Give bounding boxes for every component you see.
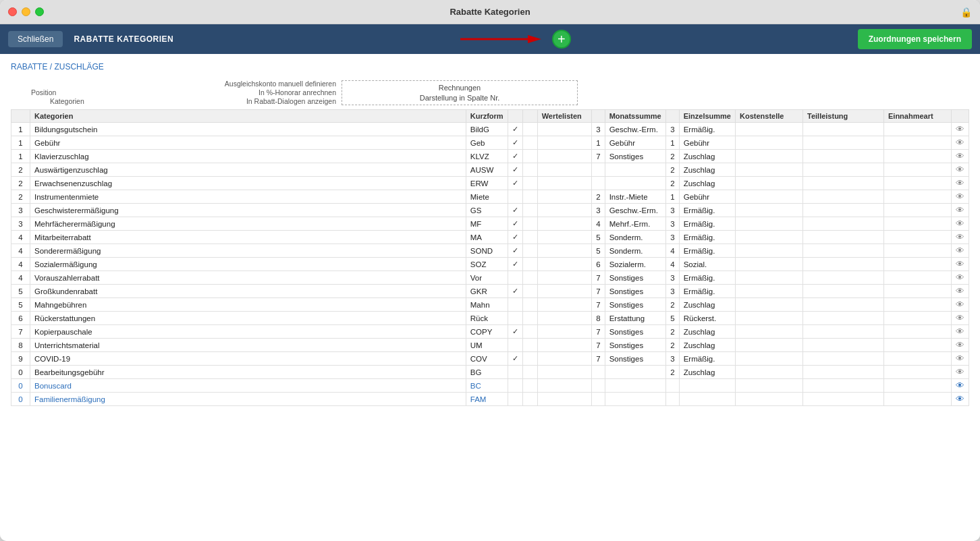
cell-mn: 7 [591, 325, 605, 339]
eye-icon[interactable]: 👁 [956, 124, 964, 134]
cell-ks [736, 150, 803, 163]
cell-en: 2 [665, 366, 679, 379]
table-row[interactable]: 0 Familienermäßigung FAM 👁 [11, 393, 969, 406]
eye-icon[interactable]: 👁 [956, 286, 964, 296]
cell-ea [884, 190, 952, 204]
table-row[interactable]: 0 Bonuscard BC 👁 [11, 379, 969, 393]
cell-eye[interactable]: 👁 [952, 352, 969, 366]
table-row[interactable]: 3 Geschwisterermäßigung GS ✓ 3 Geschw.-E… [11, 204, 969, 217]
eye-icon[interactable]: 👁 [956, 367, 964, 377]
eye-icon[interactable]: 👁 [956, 151, 964, 161]
cell-wl [537, 271, 591, 285]
th-teilleistung: Teilleistung [803, 110, 884, 123]
cell-eye[interactable]: 👁 [952, 136, 969, 150]
save-button[interactable]: Zuordnungen speichern [858, 29, 972, 49]
table-row[interactable]: 5 Großkundenrabatt GKR ✓ 7 Sonstiges 3 E… [11, 285, 969, 298]
table-row[interactable]: 4 Mitarbeiterrabatt MA ✓ 5 Sonderm. 3 Er… [11, 231, 969, 244]
cell-eye[interactable]: 👁 [952, 150, 969, 163]
cell-eye[interactable]: 👁 [952, 325, 969, 339]
cell-eye[interactable]: 👁 [952, 190, 969, 204]
eye-icon[interactable]: 👁 [956, 273, 964, 283]
cell-name: Klavierzuschlag [30, 150, 466, 163]
table-row[interactable]: 4 Vorauszahlerrabatt Vor 7 Sonstiges 3 E… [11, 271, 969, 285]
eye-icon[interactable]: 👁 [956, 394, 964, 404]
cell-el: Zuschlag [679, 366, 735, 379]
cell-eye[interactable]: 👁 [952, 204, 969, 217]
ausgleichskonto-label: Ausgleichskonto manuell definieren [225, 80, 336, 88]
table-row[interactable]: 5 Mahngebühren Mahn 7 Sonstiges 2 Zuschl… [11, 298, 969, 312]
cell-en: 2 [665, 339, 679, 352]
table-row[interactable]: 8 Unterrichtsmaterial UM 7 Sonstiges 2 Z… [11, 339, 969, 352]
table-row[interactable]: 4 Sonderermäßigung SOND ✓ 5 Sonderm. 4 E… [11, 244, 969, 258]
cell-eye[interactable]: 👁 [952, 339, 969, 352]
table-row[interactable]: 9 COVID-19 COV ✓ 7 Sonstiges 3 Ermäßig. … [11, 352, 969, 366]
table-row[interactable]: 2 Instrumentenmiete Miete 2 Instr.-Miete… [11, 190, 969, 204]
table-row[interactable]: 2 Auswärtigenzuschlag AUSW ✓ 2 Zuschlag … [11, 163, 969, 177]
add-category-button[interactable]: + [552, 30, 571, 49]
cell-eye[interactable]: 👁 [952, 163, 969, 177]
eye-icon[interactable]: 👁 [956, 246, 964, 256]
table-row[interactable]: 6 Rückerstattungen Rück 8 Erstattung 5 R… [11, 312, 969, 325]
cell-mn [591, 177, 605, 190]
eye-icon[interactable]: 👁 [956, 300, 964, 310]
cell-ml [605, 177, 665, 190]
cell-pos: 0 [11, 393, 30, 406]
breadcrumb[interactable]: RABATTE / ZUSCHLÄGE [11, 62, 969, 72]
cell-ea [884, 312, 952, 325]
eye-icon[interactable]: 👁 [956, 326, 964, 337]
cell-eye[interactable]: 👁 [952, 366, 969, 379]
cell-eye[interactable]: 👁 [952, 393, 969, 406]
cell-wl [537, 366, 591, 379]
cell-eye[interactable]: 👁 [952, 231, 969, 244]
cell-check2 [522, 204, 537, 217]
cell-kz: ERW [466, 177, 508, 190]
table-row[interactable]: 3 Mehrfächerermäßigung MF ✓ 4 Mehrf.-Erm… [11, 217, 969, 231]
lock-icon: 🔒 [960, 7, 972, 18]
table-row[interactable]: 1 Klavierzuschlag KLVZ ✓ 7 Sonstiges 2 Z… [11, 150, 969, 163]
table-row[interactable]: 4 Sozialermäßigung SOZ ✓ 6 Sozialerm. 4 … [11, 258, 969, 271]
cell-en: 2 [665, 325, 679, 339]
eye-icon[interactable]: 👁 [956, 219, 964, 229]
table-row[interactable]: 1 Gebühr Geb ✓ 1 Gebühr 1 Gebühr 👁 [11, 136, 969, 150]
eye-icon[interactable]: 👁 [956, 165, 964, 175]
cell-eye[interactable]: 👁 [952, 258, 969, 271]
table-row[interactable]: 7 Kopierpauschale COPY ✓ 7 Sonstiges 2 Z… [11, 325, 969, 339]
honorar-label: In %-Honorar anrechnen [258, 88, 336, 96]
cell-check2 [522, 298, 537, 312]
cell-check2 [522, 339, 537, 352]
cell-eye[interactable]: 👁 [952, 298, 969, 312]
eye-icon[interactable]: 👁 [956, 353, 964, 364]
eye-icon[interactable]: 👁 [956, 232, 964, 242]
cell-wl [537, 285, 591, 298]
eye-icon[interactable]: 👁 [956, 205, 964, 215]
cell-eye[interactable]: 👁 [952, 217, 969, 231]
table-row[interactable]: 2 Erwachsenenzuschlag ERW ✓ 2 Zuschlag 👁 [11, 177, 969, 190]
close-button[interactable] [8, 7, 17, 16]
close-button[interactable]: Schließen [8, 31, 63, 47]
cell-eye[interactable]: 👁 [952, 123, 969, 136]
th-check1 [508, 110, 522, 123]
cell-check2 [522, 379, 537, 393]
eye-icon[interactable]: 👁 [956, 380, 964, 391]
cell-eye[interactable]: 👁 [952, 177, 969, 190]
cell-mn: 7 [591, 298, 605, 312]
cell-eye[interactable]: 👁 [952, 285, 969, 298]
eye-icon[interactable]: 👁 [956, 313, 964, 323]
eye-icon[interactable]: 👁 [956, 138, 964, 148]
cell-eye[interactable]: 👁 [952, 379, 969, 393]
cell-eye[interactable]: 👁 [952, 312, 969, 325]
table-row[interactable]: 0 Bearbeitungsgebühr BG 2 Zuschlag 👁 [11, 366, 969, 379]
minimize-button[interactable] [22, 7, 30, 16]
cell-eye[interactable]: 👁 [952, 244, 969, 258]
cell-pos: 0 [11, 379, 30, 393]
cell-mn: 7 [591, 339, 605, 352]
eye-icon[interactable]: 👁 [956, 259, 964, 269]
cell-eye[interactable]: 👁 [952, 271, 969, 285]
maximize-button[interactable] [35, 7, 44, 16]
eye-icon[interactable]: 👁 [956, 340, 964, 350]
table-row[interactable]: 1 Bildungsgutschein BildG ✓ 3 Geschw.-Er… [11, 123, 969, 136]
eye-icon[interactable]: 👁 [956, 178, 964, 188]
cell-en: 3 [665, 123, 679, 136]
eye-icon[interactable]: 👁 [956, 192, 964, 202]
cell-name: Unterrichtsmaterial [30, 339, 466, 352]
